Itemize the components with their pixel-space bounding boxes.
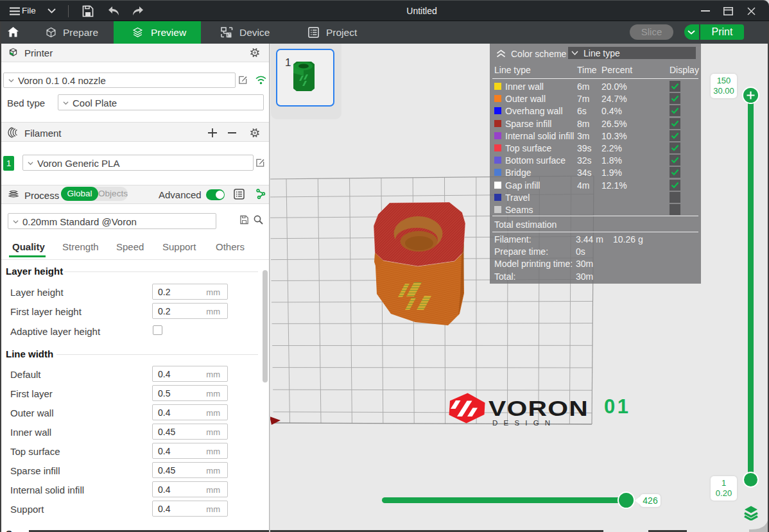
svg-text:DESIGN: DESIGN [492,419,556,427]
svg-text:VORON: VORON [488,397,589,420]
svg-text:01: 01 [604,395,630,418]
